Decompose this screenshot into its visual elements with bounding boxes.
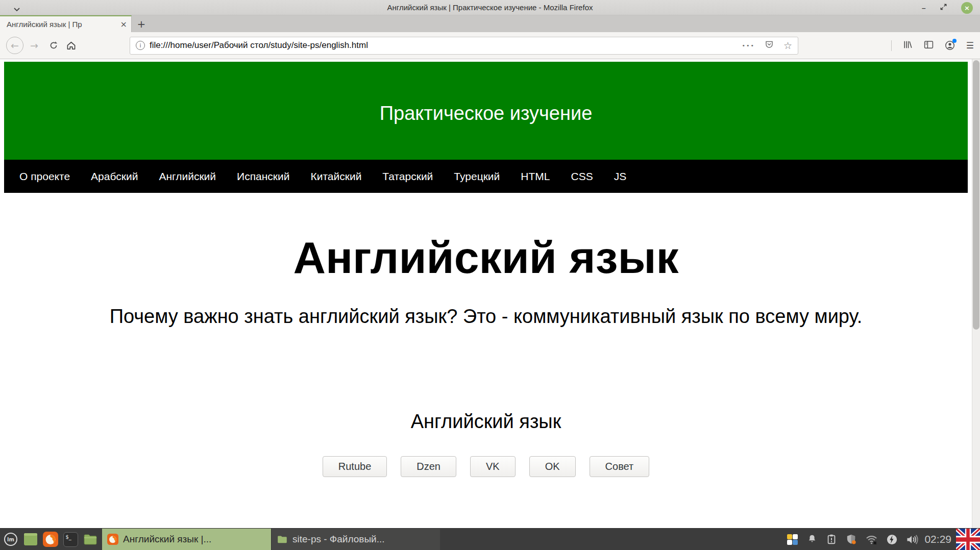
- site-banner: Практическое изучение: [4, 62, 968, 160]
- page-scrollbar[interactable]: [972, 59, 980, 528]
- power-battery-icon[interactable]: [886, 534, 898, 545]
- folder-icon: [277, 534, 288, 545]
- volume-icon[interactable]: [906, 534, 919, 545]
- account-notification-badge: [952, 39, 957, 43]
- nav-item-arabic[interactable]: Арабский: [91, 170, 138, 183]
- tab-strip: Английский язык | Пр × +: [0, 15, 980, 32]
- ok-button[interactable]: OK: [529, 456, 576, 477]
- home-button[interactable]: [62, 37, 80, 54]
- forward-button[interactable]: →: [26, 37, 43, 54]
- wifi-disconnected-icon[interactable]: [865, 534, 878, 545]
- page-actions-icon[interactable]: •••: [742, 42, 754, 49]
- notifications-bell-icon[interactable]: [806, 534, 818, 545]
- url-bar-actions: ••• ☆: [742, 40, 792, 51]
- nav-item-turkish[interactable]: Турецкий: [454, 170, 500, 183]
- menu-hamburger-icon[interactable]: ☰: [966, 40, 974, 51]
- nav-item-spanish[interactable]: Испанский: [237, 170, 289, 183]
- navigation-toolbar: ← → i file:///home/user/Рабочий стол/stu…: [0, 32, 980, 59]
- nav-item-english[interactable]: Английский: [159, 170, 216, 183]
- bookmark-star-icon[interactable]: ☆: [783, 40, 792, 51]
- show-desktop-icon[interactable]: [22, 531, 39, 547]
- terminal-icon[interactable]: $_: [62, 531, 79, 547]
- taskbar-window-files[interactable]: site-ps - Файловый...: [271, 529, 440, 550]
- taskbar-window-firefox[interactable]: Английский язык |...: [102, 529, 271, 550]
- update-clipboard-icon[interactable]: [826, 534, 837, 545]
- nav-item-about[interactable]: О проекте: [19, 170, 70, 183]
- taskbar-clock[interactable]: 02:29: [924, 533, 951, 545]
- svg-text:lm: lm: [7, 537, 14, 542]
- system-tray: [787, 534, 919, 545]
- nav-item-css[interactable]: CSS: [571, 170, 593, 183]
- link-buttons-row: Rutube Dzen VK OK Совет: [4, 456, 968, 477]
- pocket-icon[interactable]: [765, 40, 774, 51]
- toolbar-separator: [891, 40, 892, 51]
- color-squares-tray-icon[interactable]: [787, 534, 798, 545]
- taskbar-window-label: site-ps - Файловый...: [292, 534, 385, 545]
- page-content: Практическое изучение О проекте Арабский…: [0, 59, 980, 528]
- tab-close-icon[interactable]: ×: [120, 19, 127, 29]
- maximize-button[interactable]: [940, 3, 947, 13]
- url-bar[interactable]: i file:///home/user/Рабочий стол/study/s…: [130, 37, 798, 55]
- taskbar-launchers: lm $_: [3, 531, 99, 547]
- sidebar-toggle-icon[interactable]: [924, 40, 934, 52]
- section-subheading: Английский язык: [4, 411, 968, 433]
- url-text[interactable]: file:///home/user/Рабочий стол/study/sit…: [150, 40, 737, 51]
- intro-paragraph: Почему важно знать английский язык? Это …: [4, 306, 968, 328]
- chevron-down-icon[interactable]: [14, 4, 20, 13]
- files-launcher-icon[interactable]: [82, 531, 99, 547]
- reload-button[interactable]: [45, 37, 62, 54]
- library-icon[interactable]: [903, 40, 913, 52]
- scrollbar-thumb[interactable]: [973, 60, 979, 330]
- back-button[interactable]: ←: [6, 37, 23, 54]
- dzen-button[interactable]: Dzen: [401, 456, 456, 477]
- shield-security-icon[interactable]: [845, 534, 857, 545]
- minimize-button[interactable]: –: [922, 4, 926, 12]
- firefox-window: Английский язык | Практическое изучение …: [0, 0, 980, 528]
- nav-item-chinese[interactable]: Китайский: [310, 170, 361, 183]
- taskbar: lm $_ Английский язык |... site-ps - Фай…: [0, 528, 980, 550]
- window-titlebar[interactable]: Английский язык | Практическое изучение …: [0, 0, 980, 15]
- site-banner-title: Практическое изучение: [380, 97, 593, 124]
- rutube-button[interactable]: Rutube: [323, 456, 387, 477]
- site-nav: О проекте Арабский Английский Испанский …: [4, 160, 968, 193]
- tab-title-fade: [100, 19, 117, 29]
- window-controls: – ×: [922, 0, 973, 15]
- close-button[interactable]: ×: [961, 2, 973, 14]
- window-title: Английский язык | Практическое изучение …: [387, 3, 593, 12]
- toolbar-right-icons: ☰: [891, 40, 974, 52]
- nav-item-tatar[interactable]: Татарский: [382, 170, 433, 183]
- site-info-icon[interactable]: i: [136, 41, 145, 50]
- tab-title: Английский язык | Пр: [7, 19, 117, 29]
- taskbar-window-label: Английский язык |...: [123, 534, 211, 545]
- keyboard-layout-flag-icon[interactable]: [956, 529, 980, 550]
- vk-button[interactable]: VK: [470, 456, 516, 477]
- firefox-icon: [107, 534, 118, 545]
- advice-button[interactable]: Совет: [590, 456, 650, 477]
- new-tab-button[interactable]: +: [132, 15, 151, 32]
- account-icon[interactable]: [945, 40, 955, 51]
- firefox-launcher-icon[interactable]: [42, 531, 59, 547]
- nav-item-js[interactable]: JS: [614, 170, 627, 183]
- tab-english-page[interactable]: Английский язык | Пр ×: [0, 15, 132, 32]
- nav-item-html[interactable]: HTML: [521, 170, 550, 183]
- mint-menu-icon[interactable]: lm: [3, 531, 19, 547]
- page-title: Английский язык: [4, 232, 968, 283]
